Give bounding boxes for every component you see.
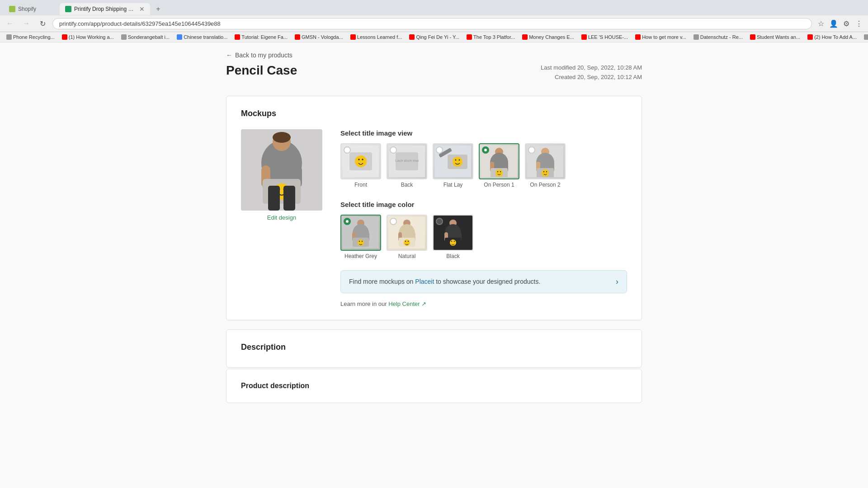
select-view-label: Select title image view <box>340 129 627 137</box>
svg-rect-10 <box>268 186 280 211</box>
svg-point-43 <box>546 171 547 172</box>
back-to-products-link[interactable]: ← Back to my products <box>226 42 642 63</box>
view-option-person1-label: On Person 1 <box>484 182 514 188</box>
bookmark-lessons[interactable]: Lessons Learned f... <box>348 33 405 41</box>
svg-rect-11 <box>283 186 295 211</box>
edit-design-link[interactable]: Edit design <box>241 214 322 221</box>
bookmark-how-to-add[interactable]: (2) How To Add A... <box>805 33 859 41</box>
bookmark-favicon <box>807 34 813 40</box>
address-bar[interactable]: printify.com/app/product-details/632975e… <box>52 18 812 29</box>
svg-point-25 <box>459 159 460 160</box>
bookmark-chinese-translation[interactable]: Chinese translatio... <box>174 33 230 41</box>
svg-point-16 <box>362 159 363 160</box>
view-option-flatlay-radio <box>436 146 443 154</box>
browser-action-buttons: ☆ 👤 ⚙ ⋮ <box>816 18 864 29</box>
menu-icon[interactable]: ⋮ <box>854 18 864 29</box>
svg-point-34 <box>500 171 501 172</box>
close-tab-icon[interactable]: ✕ <box>139 6 145 12</box>
mockup-layout: Edit design Select title image view <box>241 129 627 307</box>
color-option-natural-radio <box>390 218 397 225</box>
forward-nav-button[interactable]: → <box>20 17 33 30</box>
svg-point-14 <box>355 155 367 167</box>
last-modified-text: Last modified 20, Sep, 2022, 10:28 AM <box>541 63 642 73</box>
placeit-link[interactable]: Placeit <box>415 278 434 285</box>
view-option-person1-img <box>479 143 519 179</box>
bookmark-favicon <box>750 34 755 40</box>
tab-shopify[interactable]: Shopify <box>4 3 58 15</box>
view-option-front-radio <box>344 146 351 154</box>
color-option-natural[interactable]: Natural <box>387 215 427 259</box>
view-option-person2-label: On Person 2 <box>530 182 560 188</box>
svg-point-24 <box>455 159 457 160</box>
bookmark-star-icon[interactable]: ☆ <box>816 18 826 29</box>
svg-point-32 <box>495 169 503 177</box>
bookmark-favicon <box>121 34 127 40</box>
mockup-preview: Edit design <box>241 129 322 221</box>
back-arrow-icon: ← <box>226 52 232 59</box>
address-text: printify.com/app/product-details/632975e… <box>59 20 221 27</box>
bookmark-student[interactable]: Student Wants an... <box>747 33 803 41</box>
view-option-flatlay-label: Flat Lay <box>443 182 463 188</box>
view-option-front[interactable]: Front <box>340 143 381 188</box>
bookmark-favicon <box>522 34 528 40</box>
bookmark-favicon <box>62 34 67 40</box>
profile-icon[interactable]: 👤 <box>828 18 839 29</box>
svg-point-52 <box>362 240 363 241</box>
color-option-heathergrey-radio <box>344 218 351 225</box>
bookmark-money[interactable]: Money Changes E... <box>519 33 577 41</box>
bookmark-label: Qing Fei De Yi - Y... <box>416 34 459 40</box>
color-option-black[interactable]: Black <box>433 215 473 259</box>
bookmark-qing[interactable]: Qing Fei De Yi - Y... <box>406 33 462 41</box>
tab-bar: Shopify Printify Drop Shipping Print o..… <box>0 0 868 15</box>
svg-point-69 <box>451 240 452 241</box>
svg-point-33 <box>497 171 498 172</box>
bookmark-how-working[interactable]: (1) How Working a... <box>59 33 117 41</box>
view-option-back-img: Lach doch mal <box>387 143 427 179</box>
bookmark-phone-recycling[interactable]: Phone Recycling... <box>4 33 57 41</box>
new-tab-button[interactable]: + <box>152 3 165 15</box>
browser-toolbar: ← → ↻ printify.com/app/product-details/6… <box>0 15 868 32</box>
help-center-link[interactable]: Help Center ↗ <box>388 300 426 307</box>
view-options: Front Lach doch mal <box>340 143 627 188</box>
svg-point-51 <box>359 240 360 241</box>
bookmark-favicon <box>581 34 587 40</box>
reload-button[interactable]: ↻ <box>36 17 49 30</box>
bookmark-datenschutz[interactable]: Datenschutz - Re... <box>691 33 745 41</box>
bookmark-top3[interactable]: The Top 3 Platfor... <box>464 33 518 41</box>
bookmarks-bar: Phone Recycling... (1) How Working a... … <box>0 32 868 42</box>
description-section: Description <box>226 329 642 368</box>
color-option-natural-img <box>387 215 427 251</box>
view-option-person2[interactable]: On Person 2 <box>525 143 566 188</box>
tab-printify[interactable]: Printify Drop Shipping Print o... ✕ <box>60 3 150 15</box>
bookmark-favicon <box>635 34 641 40</box>
view-option-person1[interactable]: On Person 1 <box>479 143 519 188</box>
color-option-heathergrey-label: Heather Grey <box>344 253 377 259</box>
color-option-heathergrey[interactable]: Heather Grey <box>340 215 381 259</box>
view-option-flatlay[interactable]: Flat Lay <box>433 143 473 188</box>
bookmark-favicon <box>177 34 182 40</box>
bookmark-label: (2) How To Add A... <box>814 34 857 40</box>
page-content: ← Back to my products Pencil Case Last m… <box>0 42 868 488</box>
product-description-title: Product description <box>241 382 627 390</box>
bookmark-label: Sonderangebalt i... <box>128 34 170 40</box>
svg-text:Lach doch mal: Lach doch mal <box>395 159 419 163</box>
placeit-banner[interactable]: Find more mockups on Placeit to showcase… <box>340 270 627 293</box>
bookmark-sonderangebalt[interactable]: Sonderangebalt i... <box>118 33 172 41</box>
view-option-front-label: Front <box>354 182 367 188</box>
mockup-controls: Select title image view <box>340 129 627 307</box>
bookmark-lee[interactable]: LEE 'S HOUSE-... <box>579 33 631 41</box>
svg-point-61 <box>408 240 409 241</box>
bookmark-tutorial[interactable]: Tutorial: Eigene Fa... <box>232 33 290 41</box>
extensions-icon[interactable]: ⚙ <box>841 18 852 29</box>
bookmark-download[interactable]: Download - Cook... <box>861 33 868 41</box>
svg-point-15 <box>358 159 360 160</box>
back-nav-button[interactable]: ← <box>4 17 16 30</box>
bookmark-how-more[interactable]: How to get more v... <box>632 33 689 41</box>
bookmark-favicon <box>350 34 356 40</box>
bookmark-favicon <box>467 34 472 40</box>
view-option-back-radio <box>390 146 397 154</box>
view-option-back[interactable]: Lach doch mal Back <box>387 143 427 188</box>
mockup-preview-svg <box>241 129 322 211</box>
bookmark-favicon <box>235 34 240 40</box>
bookmark-gmsn[interactable]: GMSN - Vologda... <box>292 33 346 41</box>
